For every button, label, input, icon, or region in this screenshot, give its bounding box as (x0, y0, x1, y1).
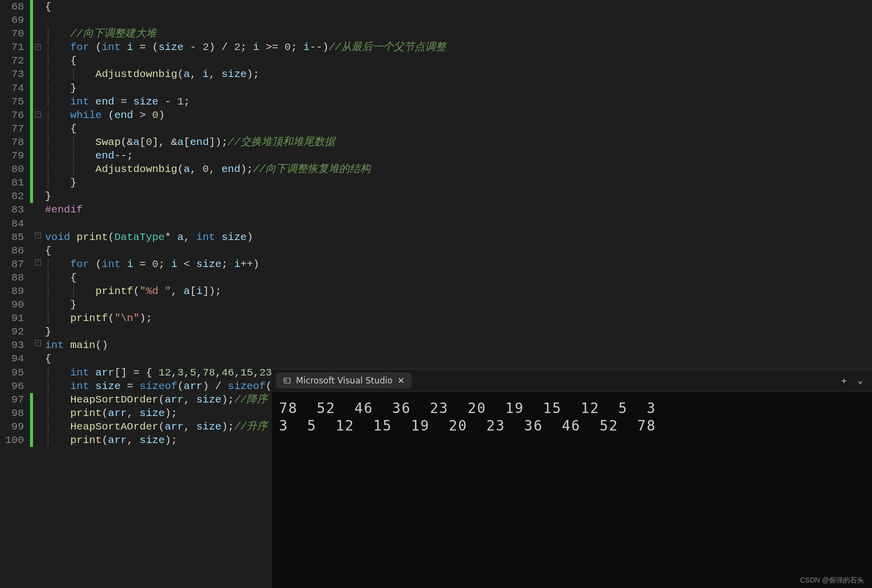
code-line[interactable]: { (43, 352, 872, 366)
code-line[interactable]: { (43, 244, 872, 258)
code-line[interactable]: void print(DataType* a, int size) (43, 230, 872, 244)
fold-toggle (33, 323, 43, 336)
line-number: 86 (0, 244, 24, 258)
code-line[interactable]: │ { (43, 122, 872, 136)
fold-toggle (33, 310, 43, 323)
line-number: 91 (0, 312, 24, 325)
code-line[interactable]: │ { (43, 271, 872, 284)
line-number: 71 (0, 40, 24, 54)
line-number: 82 (0, 190, 24, 203)
line-number: 92 (0, 325, 24, 338)
fold-toggle (33, 431, 43, 444)
line-number: 74 (0, 82, 24, 95)
fold-toggle (33, 417, 43, 430)
line-number: 79 (0, 149, 24, 162)
fold-toggle (33, 350, 43, 363)
watermark: CSDN @倔强的石头 (800, 576, 864, 585)
code-line[interactable]: │ } (43, 298, 872, 312)
code-line[interactable]: │ int end = size - 1; (43, 95, 872, 108)
line-number: 89 (0, 284, 24, 298)
terminal-panel[interactable]: Microsoft Visual Studio ✕ ＋ ⌄ 78 52 46 3… (272, 369, 872, 588)
vs-icon (283, 376, 291, 384)
fold-toggle[interactable]: − (35, 260, 41, 266)
code-line[interactable]: │ for (int i = 0; i < size; i++) (43, 258, 872, 271)
line-number: 87 (0, 258, 24, 271)
line-number: 99 (0, 420, 24, 434)
code-line[interactable]: │ { (43, 54, 872, 68)
code-line[interactable]: } (43, 190, 872, 203)
line-number: 93 (0, 338, 24, 352)
fold-toggle[interactable]: − (35, 44, 41, 50)
line-number: 70 (0, 27, 24, 40)
fold-toggle (33, 80, 43, 94)
line-number: 95 (0, 366, 24, 380)
fold-toggle[interactable]: − (35, 112, 41, 118)
line-number: 68 (0, 0, 24, 14)
code-line[interactable]: │ } (43, 82, 872, 95)
code-line[interactable]: │ │ Adjustdownbig(a, 0, end);//向下调整恢复堆的结… (43, 162, 872, 176)
code-line[interactable]: │ │ printf("%d ", a[i]); (43, 284, 872, 298)
fold-toggle (33, 188, 43, 202)
line-number-gutter: 6869707172737475767778798081828384858687… (0, 0, 30, 588)
terminal-actions: ＋ ⌄ (840, 374, 868, 386)
line-number: 75 (0, 95, 24, 108)
line-number: 96 (0, 380, 24, 393)
fold-toggle (33, 363, 43, 376)
fold-toggle (33, 134, 43, 148)
fold-toggle (33, 269, 43, 282)
fold-toggle (33, 0, 43, 14)
add-tab-button[interactable]: ＋ (840, 374, 848, 386)
fold-toggle[interactable]: − (35, 340, 41, 346)
line-number: 81 (0, 176, 24, 190)
fold-toggle (33, 404, 43, 417)
fold-toggle[interactable]: − (35, 232, 41, 238)
line-number: 94 (0, 352, 24, 366)
terminal-output: 78 52 46 36 23 20 19 15 12 5 3 3 5 12 15… (272, 392, 872, 442)
code-line[interactable]: │ │ Adjustdownbig(a, i, size); (43, 68, 872, 81)
code-line[interactable]: #endif (43, 203, 872, 216)
code-line[interactable] (43, 217, 872, 230)
fold-toggle (33, 121, 43, 134)
line-number: 90 (0, 298, 24, 312)
fold-toggle (33, 376, 43, 390)
code-line[interactable]: │ │ end--; (43, 149, 872, 162)
line-number: 85 (0, 230, 24, 244)
line-number: 76 (0, 108, 24, 122)
line-number: 97 (0, 393, 24, 406)
fold-toggle (33, 175, 43, 188)
code-line[interactable] (43, 14, 872, 27)
line-number: 72 (0, 54, 24, 68)
fold-toggle (33, 14, 43, 27)
fold-toggle (33, 282, 43, 296)
line-number: 83 (0, 203, 24, 216)
fold-toggle (33, 202, 43, 216)
terminal-tabs: Microsoft Visual Studio ✕ ＋ ⌄ (272, 370, 872, 392)
line-number: 88 (0, 271, 24, 284)
code-line[interactable]: │ printf("\n"); (43, 312, 872, 325)
code-line[interactable]: │ │ Swap(&a[0], &a[end]);//交换堆顶和堆尾数据 (43, 136, 872, 149)
dropdown-icon[interactable]: ⌄ (858, 374, 863, 386)
fold-toggle (33, 94, 43, 108)
fold-toggle (33, 148, 43, 162)
fold-toggle (33, 216, 43, 229)
terminal-tab[interactable]: Microsoft Visual Studio ✕ (276, 372, 412, 388)
code-line[interactable]: int main() (43, 338, 872, 352)
line-number: 98 (0, 406, 24, 420)
fold-toggle (33, 54, 43, 67)
fold-toggle (33, 390, 43, 404)
fold-column[interactable]: −−−−− (33, 0, 43, 588)
close-icon[interactable]: ✕ (398, 376, 404, 386)
code-line[interactable]: } (43, 325, 872, 338)
code-line[interactable]: │ } (43, 176, 872, 190)
fold-toggle (33, 296, 43, 310)
code-line[interactable]: │ while (end > 0) (43, 108, 872, 122)
line-number: 100 (0, 434, 24, 447)
line-number: 77 (0, 122, 24, 136)
fold-toggle (33, 67, 43, 80)
line-number: 73 (0, 68, 24, 81)
code-line[interactable]: │ //向下调整建大堆 (43, 27, 872, 40)
code-line[interactable]: │ for (int i = (size - 2) / 2; i >= 0; i… (43, 40, 872, 54)
code-line[interactable]: { (43, 0, 872, 14)
line-number: 78 (0, 136, 24, 149)
line-number: 80 (0, 162, 24, 176)
